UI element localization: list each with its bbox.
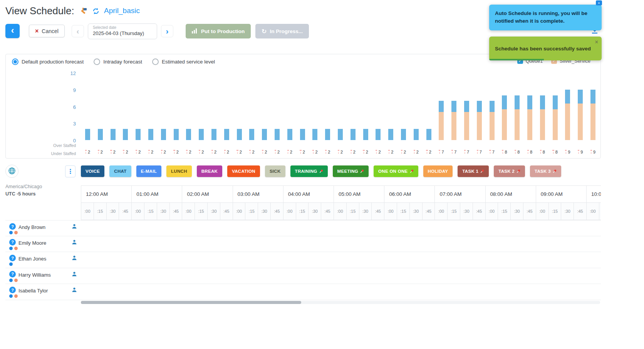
activity-chip-task-1[interactable]: TASK 1 xyxy=(458,165,489,177)
understaffed-count: 2 xyxy=(366,150,368,154)
understaffed-arrow-icon: ↓ xyxy=(338,150,339,154)
selected-date-value: 2025-04-03 (Thursday) xyxy=(93,30,157,36)
selected-date-field[interactable]: Selected date 2025-04-03 (Thursday) xyxy=(88,23,157,39)
interval-header-cell: :30 xyxy=(561,203,574,220)
chevron-left-icon: ‹ xyxy=(11,25,14,36)
under-staffed-label: Under Staffed xyxy=(30,151,76,156)
chart-bar-silver-service xyxy=(464,112,469,140)
understaffed-count: 2 xyxy=(378,150,381,154)
help-icon[interactable]: ? xyxy=(9,287,16,293)
kebab-icon: ⋮ xyxy=(67,168,74,175)
activity-chip-task-2[interactable]: TASK 2 xyxy=(494,165,525,177)
chart-bar-queue1 xyxy=(527,95,532,109)
person-icon[interactable] xyxy=(72,287,77,294)
person-icon[interactable] xyxy=(72,271,77,278)
more-options-button[interactable]: ⋮ xyxy=(65,165,75,177)
understaffed-arrow-icon: ↓ xyxy=(236,150,238,154)
activity-chip-sick[interactable]: SICK xyxy=(265,165,285,177)
previous-day-button[interactable]: ‹ xyxy=(72,25,84,37)
understaffed-arrow-icon: ↓ xyxy=(565,150,567,154)
understaffed-arrow-icon: ↓ xyxy=(401,150,402,154)
cancel-button[interactable]: ×Cancel xyxy=(29,25,65,37)
activity-chip-training[interactable]: TRAINING xyxy=(290,165,328,177)
understaffed-arrow-icon: ↓ xyxy=(464,150,466,154)
understaffed-badge: ↓2 xyxy=(258,149,271,155)
understaffed-count: 2 xyxy=(290,150,292,154)
understaffed-badge: ↓9 xyxy=(587,149,599,155)
employee-name: Emily Moore xyxy=(18,240,46,246)
timezone-globe-button[interactable] xyxy=(5,165,18,178)
sync-icon[interactable] xyxy=(92,7,100,17)
person-icon[interactable] xyxy=(72,224,77,230)
activity-chip-vacation[interactable]: VACATION xyxy=(227,165,260,177)
activity-chip-voice[interactable]: VOICE xyxy=(81,165,104,177)
understaffed-badge: ↓9 xyxy=(561,149,574,155)
person-icon[interactable] xyxy=(72,255,77,262)
interval-header-cell: :45 xyxy=(220,203,233,220)
understaffed-count: 2 xyxy=(214,150,216,154)
understaffed-badge: ↓2 xyxy=(283,149,296,155)
interval-header-cell: :15 xyxy=(144,203,157,220)
horizontal-scrollbar[interactable] xyxy=(81,301,600,304)
activity-chip-meeting[interactable]: MEETING xyxy=(333,165,369,177)
understaffed-arrow-icon: ↓ xyxy=(173,150,175,154)
activity-chip-chat[interactable]: CHAT xyxy=(109,165,131,177)
understaffed-count: 9 xyxy=(593,150,595,154)
activity-chip-label: TASK 2 xyxy=(498,169,515,174)
chevron-right-icon: › xyxy=(166,27,169,36)
back-button[interactable]: ‹ xyxy=(5,24,20,38)
understaffed-arrow-icon: ↓ xyxy=(578,150,579,154)
interval-header-cell: :30 xyxy=(106,203,119,220)
understaffed-badge: ↓7 xyxy=(448,149,460,155)
interval-header-cell: :00 xyxy=(283,203,296,220)
toast-close-icon[interactable]: × xyxy=(595,39,598,45)
person-icon[interactable] xyxy=(72,239,77,246)
understaffed-count: 2 xyxy=(101,150,103,154)
help-icon[interactable]: ? xyxy=(9,255,16,261)
help-icon[interactable]: ? xyxy=(9,239,16,245)
activity-chip-break[interactable]: BREAK xyxy=(197,165,222,177)
activity-chip-label: LUNCH xyxy=(171,169,187,174)
activity-chip-e-mail[interactable]: E-MAIL xyxy=(136,165,161,177)
activity-chip-holiday[interactable]: HOLIDAY xyxy=(423,165,453,177)
activity-chip-label: HOLIDAY xyxy=(428,169,448,174)
understaffed-badge: ↓8 xyxy=(549,149,562,155)
activity-chip-task-3[interactable]: TASK 3 xyxy=(530,165,561,177)
understaffed-badge: ↓2 xyxy=(359,149,372,155)
scrollbar-thumb[interactable] xyxy=(81,301,301,304)
understaffed-badge: ↓2 xyxy=(296,149,309,155)
interval-header-cell: :45 xyxy=(371,203,384,220)
interval-header-cell: :45 xyxy=(473,203,485,220)
activity-chip-label: E-MAIL xyxy=(141,169,157,174)
understaffed-count: 7 xyxy=(441,150,444,154)
understaffed-badge: ↓2 xyxy=(410,149,423,155)
activity-chip-lunch[interactable]: LUNCH xyxy=(166,165,192,177)
understaffed-badge: ↓2 xyxy=(81,149,94,155)
understaffed-badge: ↓2 xyxy=(245,149,258,155)
understaffed-count: 2 xyxy=(88,150,90,154)
activity-chip-one-on-one[interactable]: ONE ON ONE xyxy=(374,165,418,177)
put-to-production-button[interactable]: Put to Production xyxy=(186,24,251,38)
bar-chart-icon xyxy=(192,28,198,35)
understaffed-count: 2 xyxy=(265,150,267,154)
chart-bar-silver-service xyxy=(502,109,507,140)
in-progress-label: In Progress... xyxy=(270,28,303,34)
hour-header-cell: 06:00 AM xyxy=(384,185,434,203)
next-day-button[interactable]: › xyxy=(161,25,173,37)
corner-close-icon[interactable]: × xyxy=(596,0,602,5)
schedule-name-link[interactable]: April_basic xyxy=(104,7,140,15)
help-icon[interactable]: ? xyxy=(9,271,16,277)
help-icon[interactable]: ? xyxy=(9,223,16,230)
interval-header-cell: :00 xyxy=(81,203,94,220)
activity-chip-label: TASK 1 xyxy=(462,169,478,174)
interval-header-cell: :30 xyxy=(258,203,270,220)
chart-bar-silver-service xyxy=(451,112,456,140)
toast-success-message: Schedule has been successfully saved xyxy=(495,46,591,52)
schedule-grid: 12:00 AM:00:15:30:4501:00 AM:00:15:30:45… xyxy=(5,185,601,306)
understaffed-arrow-icon: ↓ xyxy=(527,150,529,154)
interval-header-cell: :00 xyxy=(182,203,195,220)
pin-icon xyxy=(410,169,414,173)
understaffed-count: 2 xyxy=(429,150,431,154)
hour-header-cell: 05:00 AM xyxy=(334,185,384,203)
hour-header-cell: 12:00 AM xyxy=(81,185,131,203)
